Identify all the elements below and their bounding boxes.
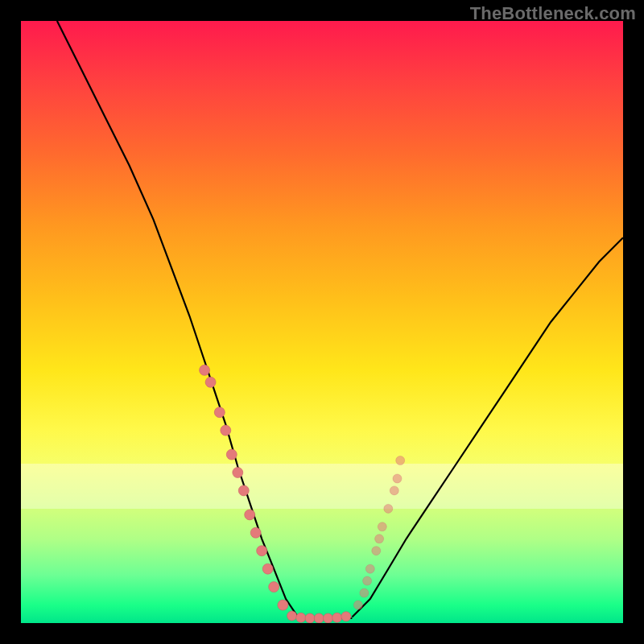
watermark-text: TheBottleneck.com [470, 3, 636, 24]
marker-dot [375, 535, 384, 543]
marker-dot [205, 377, 216, 387]
marker-dot [378, 522, 386, 531]
marker-dot [332, 613, 342, 622]
markers-right-group [353, 456, 404, 610]
marker-dot [365, 564, 374, 573]
chart-svg [21, 21, 623, 623]
marker-dot [393, 474, 402, 483]
curve-right [352, 237, 623, 617]
marker-dot [250, 527, 261, 538]
marker-dot [353, 601, 362, 609]
marker-dot [233, 468, 243, 478]
marker-dot [214, 407, 225, 418]
marker-dot [296, 613, 306, 622]
marker-dot [257, 546, 267, 556]
marker-dot [324, 613, 333, 623]
marker-dot [262, 564, 273, 574]
marker-dot [390, 486, 398, 495]
marker-dot [278, 600, 288, 610]
marker-dot [238, 485, 249, 496]
marker-dot [269, 582, 279, 592]
marker-dot [396, 456, 405, 465]
marker-dot [221, 425, 231, 436]
markers-bottom-group [287, 611, 351, 623]
marker-dot [314, 613, 324, 623]
marker-dot [226, 449, 237, 460]
marker-dot [341, 612, 351, 621]
curve-left [57, 21, 298, 617]
marker-dot [384, 504, 393, 513]
marker-dot [200, 365, 210, 375]
marker-dot [363, 576, 372, 585]
marker-dot [372, 547, 381, 555]
marker-dot [287, 611, 297, 621]
marker-dot [305, 613, 315, 623]
chart-plot-area [21, 21, 623, 623]
marker-dot [360, 588, 369, 597]
marker-dot [245, 510, 255, 520]
